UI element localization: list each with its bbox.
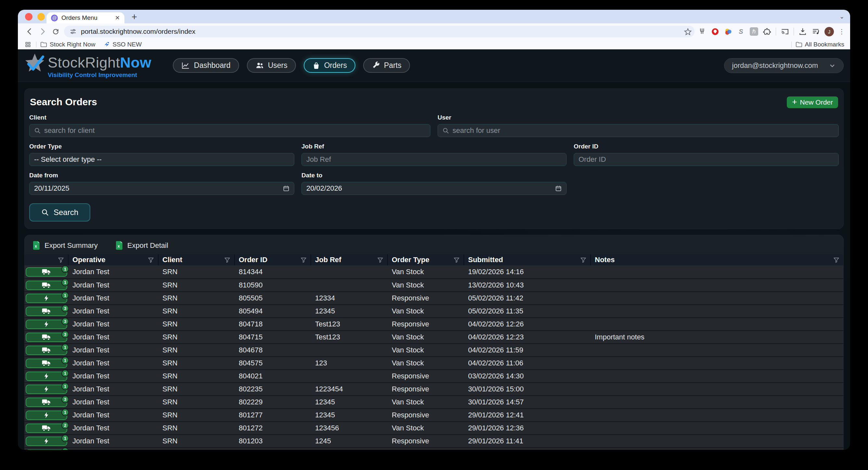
order-type-select[interactable]: -- Select order type -- — [29, 153, 294, 166]
url-text[interactable]: portal.stockrightnow.com/orders/index — [81, 28, 680, 35]
order-type-pill[interactable] — [26, 281, 67, 290]
user-search-input[interactable] — [453, 126, 834, 135]
apps-grid-icon[interactable] — [24, 40, 32, 49]
filter-icon[interactable] — [58, 257, 64, 263]
order-type-pill[interactable] — [26, 424, 67, 433]
media-queue-icon[interactable] — [811, 27, 820, 36]
header-cell-job-ref[interactable]: Job Ref — [311, 254, 388, 265]
table-row[interactable]: 1 Jordan Test SRN 810590 Van Stock 13/02… — [25, 278, 843, 291]
filter-icon[interactable] — [833, 257, 839, 263]
bookmark-star-icon[interactable] — [684, 28, 692, 36]
header-cell-order-type[interactable]: Order Type — [388, 254, 464, 265]
toolbar-separator — [776, 28, 776, 35]
extension-colorwheel-icon[interactable] — [724, 27, 732, 36]
cell-order-id: 801203 — [235, 435, 311, 447]
new-order-button[interactable]: + New Order — [787, 96, 838, 108]
calendar-icon[interactable] — [555, 185, 562, 192]
cast-icon[interactable] — [781, 27, 789, 36]
tab-search-chevron-icon[interactable]: ⌄ — [839, 13, 844, 20]
table-row[interactable]: 1 Jordan Test SRN 801277 12345 Responsiv… — [25, 408, 843, 421]
order-type-pill[interactable] — [26, 346, 67, 355]
download-icon[interactable] — [799, 27, 807, 36]
table-row[interactable]: 1 Jordan Test SRN 814344 Van Stock 19/02… — [25, 265, 843, 278]
table-row[interactable]: 1 Jordan Test SRN 804678 Van Stock 04/02… — [25, 343, 843, 356]
table-row[interactable]: 1 Jordan Test SRN 802235 1223454 Respons… — [25, 382, 843, 395]
date-from-field[interactable]: 20/11/2025 — [29, 182, 294, 195]
header-cell-order-id[interactable]: Order ID — [235, 254, 311, 265]
header-cell-client[interactable]: Client — [158, 254, 235, 265]
all-bookmarks-button[interactable]: All Bookmarks — [796, 41, 844, 48]
filter-icon[interactable] — [377, 257, 383, 263]
order-id-input[interactable] — [579, 155, 834, 164]
extensions-puzzle-icon[interactable] — [763, 27, 771, 36]
order-type-pill[interactable] — [26, 307, 67, 316]
table-row[interactable]: 1 Jordan Test SRN 801203 1245 Responsive… — [25, 434, 843, 447]
extension-h-icon[interactable]: ℏ — [750, 27, 758, 36]
client-search-field[interactable] — [29, 124, 430, 137]
order-type-pill[interactable] — [26, 437, 67, 446]
nav-label: Parts — [384, 61, 402, 70]
filter-icon[interactable] — [224, 257, 230, 263]
extension-s-icon[interactable]: S — [737, 27, 745, 36]
client-search-input[interactable] — [44, 126, 426, 135]
date-to-field[interactable]: 20/02/2026 — [302, 182, 566, 195]
header-cell-notes[interactable]: Notes — [591, 254, 843, 265]
table-row[interactable]: 3 Jordan Test SRN 804715 Test123 Van Sto… — [25, 330, 843, 343]
reload-icon[interactable] — [49, 25, 62, 38]
nav-users[interactable]: Users — [247, 58, 296, 73]
table-row[interactable]: 3 Jordan Test SRN 804718 Test123 Respons… — [25, 317, 843, 330]
header-cell-submitted[interactable]: Submitted — [464, 254, 591, 265]
brand-logo[interactable]: StockRightNow Visibility Control Improve… — [24, 53, 151, 79]
bookmark-folder-stock-right-now[interactable]: Stock Right Now — [40, 41, 95, 48]
header-cell-operative[interactable]: Operative — [68, 254, 158, 265]
forward-icon[interactable] — [36, 25, 49, 38]
url-bar[interactable]: portal.stockrightnow.com/orders/index — [64, 26, 694, 37]
tab-close-icon[interactable]: ✕ — [115, 14, 120, 22]
order-type-pill[interactable] — [26, 384, 67, 394]
filter-icon[interactable] — [454, 257, 460, 263]
chevron-down-icon — [829, 62, 836, 69]
order-type-pill[interactable] — [26, 333, 67, 342]
new-tab-button[interactable]: + — [131, 12, 137, 23]
back-icon[interactable] — [23, 25, 36, 38]
account-dropdown[interactable]: jordan@stockrightnow.com — [724, 58, 844, 73]
profile-avatar[interactable]: J — [825, 27, 834, 36]
order-type-pill[interactable] — [26, 294, 67, 303]
order-type-pill[interactable] — [26, 398, 67, 407]
job-ref-field[interactable] — [302, 153, 566, 166]
table-row[interactable]: 2 Jordan Test SRN 801272 123456 Van Stoc… — [25, 421, 843, 434]
order-type-pill[interactable] — [26, 449, 67, 450]
filter-icon[interactable] — [148, 257, 154, 263]
table-row[interactable]: 1 Jordan Test SRN 805505 12334 Responsiv… — [25, 291, 843, 304]
site-settings-icon[interactable] — [69, 28, 77, 35]
nav-orders[interactable]: Orders — [304, 58, 355, 73]
order-type-pill[interactable] — [26, 320, 67, 329]
order-id-field[interactable] — [574, 153, 839, 166]
table-row[interactable]: 3 Jordan Test SRN 802229 12345 Van Stock… — [25, 395, 843, 408]
table-row[interactable]: 3 Jordan Test SRN 805494 12345 Van Stock… — [25, 304, 843, 317]
order-type-pill[interactable] — [26, 411, 67, 420]
extension-adblock-icon[interactable] — [711, 27, 719, 36]
filter-icon[interactable] — [301, 257, 307, 263]
table-row[interactable]: 1 Jordan Test SRN 804575 123 Van Stock 0… — [25, 356, 843, 369]
minimize-window-button[interactable] — [37, 13, 45, 21]
browser-tab[interactable]: @ Orders Menu ✕ — [46, 12, 124, 23]
order-type-pill[interactable] — [26, 267, 67, 277]
user-search-field[interactable] — [438, 124, 839, 137]
chrome-menu-icon[interactable]: ⋮ — [838, 28, 845, 35]
bookmark-sso-new[interactable]: SSO NEW — [104, 41, 142, 48]
extension-fork-icon[interactable] — [698, 27, 706, 36]
export-detail-button[interactable]: x Export Detail — [116, 241, 168, 250]
order-type-pill[interactable] — [26, 372, 67, 381]
calendar-icon[interactable] — [283, 185, 289, 192]
nav-dashboard[interactable]: Dashboard — [173, 58, 239, 73]
filter-icon[interactable] — [580, 257, 586, 263]
table-row[interactable]: 1 Jordan Test SRN 800691 1234 Responsive… — [25, 447, 843, 450]
table-row[interactable]: 1 Jordan Test SRN 804021 Responsive 03/0… — [25, 369, 843, 382]
order-type-pill[interactable] — [26, 358, 67, 368]
nav-parts[interactable]: Parts — [363, 58, 410, 73]
search-button[interactable]: Search — [29, 203, 90, 221]
export-summary-button[interactable]: x Export Summary — [33, 241, 98, 250]
close-window-button[interactable] — [25, 13, 32, 21]
job-ref-input[interactable] — [306, 155, 562, 164]
